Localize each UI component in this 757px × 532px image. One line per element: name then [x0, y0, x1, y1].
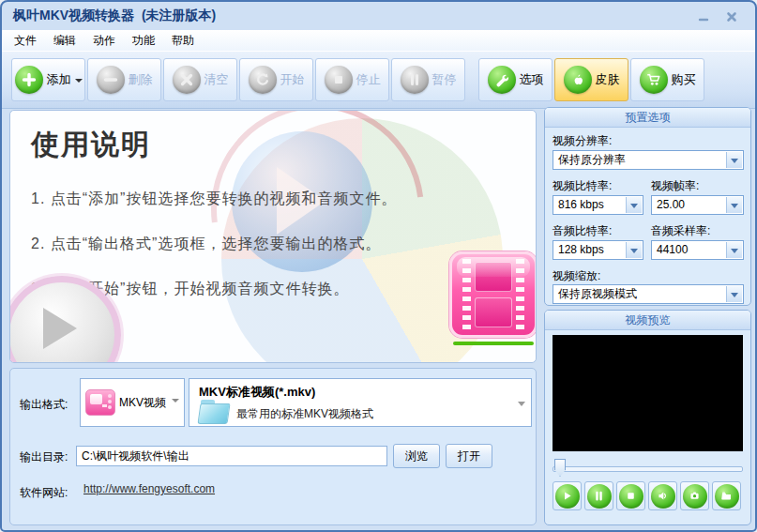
snapshot-icon	[683, 484, 707, 509]
stop-icon	[619, 484, 643, 509]
options-button[interactable]: 选项	[478, 58, 553, 101]
minimize-icon[interactable]	[693, 9, 714, 24]
start-button[interactable]: 开始	[239, 58, 313, 101]
pink-filmstrip-icon	[449, 251, 537, 338]
output-panel: 输出格式: MKV视频 MKV标准视频(*.mkv) 最常用的标准MKV视频格式…	[9, 368, 537, 525]
seek-track[interactable]	[553, 466, 743, 472]
skin-apple-icon	[564, 66, 592, 94]
filmstrip-green-bar	[453, 342, 534, 345]
video-framerate-label: 视频帧率:	[651, 178, 699, 194]
usage-step-1: 1. 点击“添加”按钮选择您要转换的视频和音频文件。	[31, 190, 397, 209]
video-resolution-select[interactable]: 保持原分辨率	[553, 150, 744, 170]
chevron-down-icon[interactable]	[626, 242, 642, 258]
aqua-folder-icon	[199, 400, 231, 423]
remove-button[interactable]: 删除	[87, 58, 161, 101]
video-resolution-label: 视频分辨率:	[553, 133, 612, 149]
format-title: MKV标准视频(*.mkv)	[199, 384, 315, 401]
chevron-down-icon[interactable]	[726, 197, 742, 213]
video-framerate-select[interactable]: 25.00	[651, 195, 744, 215]
add-plus-icon	[15, 66, 43, 94]
preview-controls	[553, 481, 741, 510]
preview-snapshot-button[interactable]	[680, 481, 709, 510]
play-icon	[555, 484, 580, 509]
audio-samplerate-label: 音频采样率:	[651, 223, 710, 239]
seek-slider[interactable]	[553, 459, 743, 478]
menu-edit[interactable]: 编辑	[45, 30, 84, 52]
open-file-icon	[715, 484, 739, 509]
usage-panel: 使用说明 1. 点击“添加”按钮选择您要转换的视频和音频文件。 2. 点击“输出…	[9, 110, 537, 363]
website-link[interactable]: http://www.fengyesoft.com	[83, 482, 215, 495]
video-preview-screen	[553, 335, 743, 451]
output-dir-input[interactable]	[76, 446, 387, 466]
toolbar: 添加 删除 清空 开始 停止	[2, 51, 755, 109]
remove-label: 删除	[129, 71, 153, 88]
menu-function[interactable]: 功能	[124, 30, 163, 52]
chevron-down-icon[interactable]	[726, 286, 742, 302]
app-window: 枫叶MKV视频转换器 (未注册版本) 文件 编辑 动作 功能 帮助 添加 删除	[0, 0, 757, 532]
pause-icon	[587, 484, 612, 509]
pause-button[interactable]: 暂停	[391, 58, 465, 101]
preview-stop-button[interactable]	[616, 481, 645, 510]
add-label: 添加	[47, 71, 71, 88]
format-category-select[interactable]: MKV视频	[80, 378, 185, 427]
dropdown-caret-icon	[75, 79, 83, 86]
stop-square-icon	[325, 66, 353, 94]
output-dir-label: 输出目录:	[20, 449, 68, 465]
audio-samplerate-select[interactable]: 44100	[651, 240, 744, 260]
options-wrench-icon	[488, 66, 516, 94]
preview-pause-button[interactable]	[584, 481, 613, 510]
usage-heading: 使用说明	[31, 126, 151, 164]
clear-x-icon	[173, 66, 201, 94]
pause-icon	[401, 66, 429, 94]
pause-label: 暂停	[432, 71, 457, 88]
options-label: 选项	[520, 71, 544, 88]
skin-button[interactable]: 皮肤	[554, 58, 628, 101]
preview-panel-title: 视频预览	[545, 311, 750, 330]
audio-bitrate-label: 音频比特率:	[553, 223, 612, 239]
seek-thumb[interactable]	[554, 459, 566, 477]
pink-tv-icon	[85, 389, 115, 416]
stop-button[interactable]: 停止	[315, 58, 389, 101]
format-description: 最常用的标准MKV视频格式	[236, 406, 373, 422]
chevron-down-icon[interactable]	[726, 242, 742, 258]
remove-minus-icon	[97, 66, 125, 94]
start-refresh-icon	[249, 66, 277, 94]
buy-cart-icon	[640, 66, 668, 94]
menu-action[interactable]: 动作	[84, 30, 124, 52]
preview-open-file-button[interactable]	[712, 481, 741, 510]
buy-button[interactable]: 购买	[630, 58, 704, 101]
usage-step-2: 2. 点击“输出格式”选项框，选择您要输出的格式。	[31, 235, 381, 254]
chevron-down-icon[interactable]	[726, 152, 742, 168]
preset-options-panel: 预置选项 视频分辨率: 保持原分辨率 视频比特率: 视频帧率: 816 kbps…	[544, 107, 751, 306]
buy-label: 购买	[672, 71, 696, 88]
stop-label: 停止	[356, 71, 381, 88]
preview-play-button[interactable]	[553, 481, 582, 510]
open-button[interactable]: 打开	[446, 444, 492, 468]
format-detail-select[interactable]: MKV标准视频(*.mkv) 最常用的标准MKV视频格式	[189, 378, 532, 427]
preview-volume-button[interactable]	[648, 481, 677, 510]
menu-file[interactable]: 文件	[6, 30, 45, 52]
video-scale-select[interactable]: 保持原视频模式	[553, 284, 744, 304]
chevron-down-icon	[172, 399, 179, 406]
add-button[interactable]: 添加	[11, 58, 85, 101]
clear-label: 清空	[204, 71, 229, 88]
close-icon[interactable]	[721, 9, 742, 24]
title-bar: 枫叶MKV视频转换器 (未注册版本)	[2, 2, 755, 31]
menu-help[interactable]: 帮助	[163, 30, 203, 52]
video-bitrate-select[interactable]: 816 kbps	[553, 195, 643, 215]
start-label: 开始	[280, 71, 305, 88]
menu-bar: 文件 编辑 动作 功能 帮助	[2, 30, 755, 51]
output-format-label: 输出格式:	[20, 397, 68, 413]
video-preview-panel: 视频预览	[544, 310, 751, 525]
window-title: 枫叶MKV视频转换器 (未注册版本)	[13, 8, 216, 24]
chevron-down-icon[interactable]	[626, 197, 642, 213]
audio-bitrate-select[interactable]: 128 kbps	[553, 240, 643, 260]
format-category-value: MKV视频	[119, 395, 168, 411]
filmstrip-gloss	[457, 257, 530, 277]
video-scale-label: 视频缩放:	[553, 268, 600, 284]
skin-label: 皮肤	[596, 71, 620, 88]
preset-panel-title: 预置选项	[545, 108, 750, 128]
clear-button[interactable]: 清空	[163, 58, 237, 101]
volume-icon	[651, 484, 675, 509]
browse-button[interactable]: 浏览	[393, 444, 440, 468]
